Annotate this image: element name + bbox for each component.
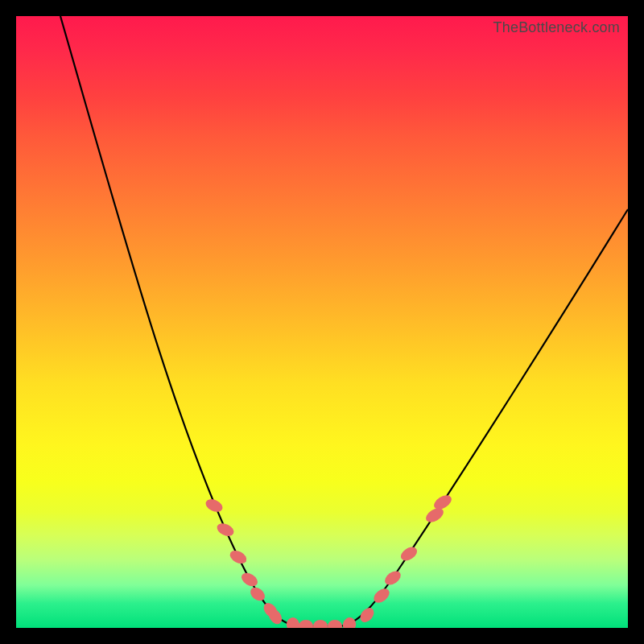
data-point-3 [239,570,260,589]
curve-group [60,16,628,626]
plot-area: TheBottleneck.com [16,16,628,628]
data-point-12 [357,605,377,625]
data-point-1 [215,521,236,539]
data-point-11 [341,616,357,628]
data-point-8 [299,620,313,628]
data-point-15 [398,544,419,564]
data-point-2 [228,548,249,567]
data-point-0 [204,497,225,514]
data-point-9 [313,620,328,628]
curve-svg [16,16,628,628]
curve-right-curve [338,209,628,626]
data-point-10 [328,620,342,628]
chart-frame: TheBottleneck.com [0,0,644,644]
points-group [204,493,454,628]
data-point-4 [248,584,267,603]
data-point-7 [286,617,301,628]
data-point-14 [382,568,403,588]
curve-left-curve [60,16,302,626]
